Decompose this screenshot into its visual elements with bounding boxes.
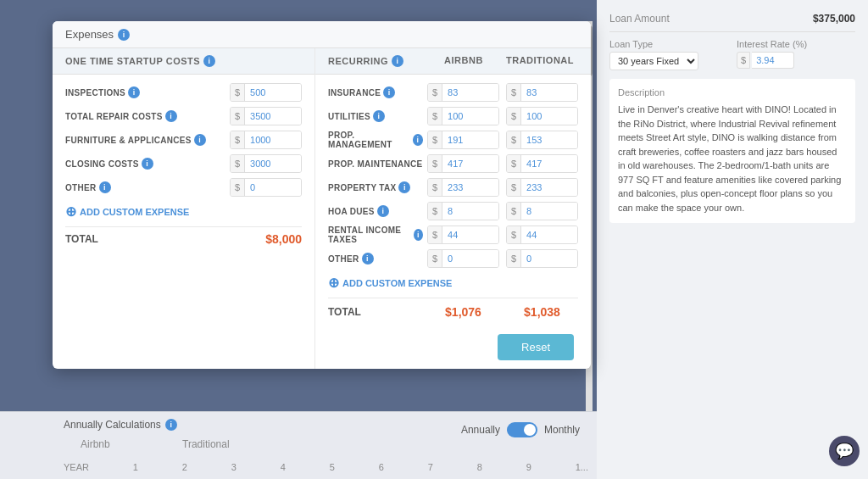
traditional-col-header: TRADITIONAL xyxy=(502,55,578,67)
closing-dollar: $ xyxy=(231,155,245,172)
property-tax-traditional-group: $ xyxy=(506,178,578,197)
year-6: 6 xyxy=(379,462,384,472)
closing-costs-input[interactable] xyxy=(245,155,301,172)
recurring-main-label: RECURRING i xyxy=(328,55,426,67)
year-4: 4 xyxy=(281,462,286,472)
prop-mgmt-traditional-input[interactable] xyxy=(521,131,577,148)
utilities-inputs: $ $ xyxy=(427,107,578,125)
recurring-info-icon[interactable]: i xyxy=(392,55,403,67)
other-startup-info-icon[interactable]: i xyxy=(99,181,111,193)
closing-costs-row: CLOSING COSTS i $ xyxy=(65,154,302,173)
furniture-info-icon[interactable]: i xyxy=(194,134,206,146)
add-custom-startup-button[interactable]: ⊕ ADD CUSTOM EXPENSE xyxy=(65,203,302,220)
annually-calc-label: Annually Calculations i xyxy=(64,419,177,431)
add-custom-recurring-label: ADD CUSTOM EXPENSE xyxy=(342,278,452,288)
furniture-input[interactable] xyxy=(245,131,301,148)
prop-maint-traditional-input[interactable] xyxy=(521,155,577,172)
prop-maintenance-inputs: $ $ xyxy=(427,154,578,173)
hoa-info-icon[interactable]: i xyxy=(377,205,389,217)
property-tax-info-icon[interactable]: i xyxy=(398,181,410,193)
insurance-airbnb-input[interactable] xyxy=(442,84,498,101)
loan-type-select[interactable]: 30 years Fixed xyxy=(609,52,698,70)
year-8: 8 xyxy=(477,462,482,472)
other-recurring-airbnb-input[interactable] xyxy=(442,250,498,267)
prop-mgmt-info-icon[interactable]: i xyxy=(413,134,423,146)
hoa-dues-row: HOA DUES i $ $ xyxy=(328,202,578,220)
insurance-airbnb-group: $ xyxy=(427,83,499,102)
chat-bubble[interactable]: 💬 xyxy=(829,436,860,466)
prop-mgmt-traditional-group: $ xyxy=(506,131,578,149)
bottom-bar: Annually Calculations i Airbnb Tradition… xyxy=(0,411,597,479)
year-3: 3 xyxy=(231,462,236,472)
utilities-traditional-group: $ xyxy=(506,107,578,125)
prop-maint-airbnb-input[interactable] xyxy=(442,155,498,172)
add-custom-startup-label: ADD CUSTOM EXPENSE xyxy=(80,207,189,217)
other-recurring-traditional-input[interactable] xyxy=(521,250,577,267)
repair-dollar: $ xyxy=(231,108,245,125)
loan-amount-row: Loan Amount $375,000 xyxy=(609,13,855,25)
other-recurring-inputs: $ $ xyxy=(427,249,578,268)
insurance-info-icon[interactable]: i xyxy=(383,86,395,98)
utilities-info-icon[interactable]: i xyxy=(373,110,385,122)
startup-total-row: TOTAL $8,000 xyxy=(65,226,302,246)
utilities-traditional-input[interactable] xyxy=(521,108,577,125)
property-tax-traditional-input[interactable] xyxy=(521,179,577,196)
utilities-airbnb-input[interactable] xyxy=(442,108,498,125)
interest-rate-item: Interest Rate (%) $ xyxy=(737,39,855,70)
loan-amount-label: Loan Amount xyxy=(609,13,670,25)
hoa-dues-label: HOA DUES i xyxy=(328,205,423,217)
recurring-header: RECURRING i AIRBNB TRADITIONAL xyxy=(315,48,591,75)
recurring-total-airbnb: $1,076 xyxy=(427,305,499,319)
loan-type-item: Loan Type 30 years Fixed xyxy=(609,39,728,70)
other-startup-input[interactable] xyxy=(245,179,301,196)
modal-header-info-icon[interactable]: i xyxy=(118,29,130,41)
loan-type-row: Loan Type 30 years Fixed Interest Rate (… xyxy=(609,39,855,70)
annually-toggle-label: Annually xyxy=(461,424,500,436)
year-10: 1... xyxy=(576,462,588,472)
airbnb-col-header: AIRBNB xyxy=(426,55,502,67)
description-box: Description Live in Denver's creative he… xyxy=(609,79,855,223)
property-tax-airbnb-group: $ xyxy=(427,178,499,197)
inspections-info-icon[interactable]: i xyxy=(128,86,140,98)
annually-info-icon[interactable]: i xyxy=(165,419,177,431)
rental-taxes-airbnb-input[interactable] xyxy=(442,226,498,243)
hoa-traditional-input[interactable] xyxy=(521,203,577,220)
furniture-dollar: $ xyxy=(231,131,245,148)
property-tax-airbnb-input[interactable] xyxy=(442,179,498,196)
recurring-total-traditional: $1,038 xyxy=(506,305,578,319)
hoa-airbnb-group: $ xyxy=(427,202,499,220)
rental-taxes-traditional-input[interactable] xyxy=(521,226,577,243)
other-recurring-traditional-group: $ xyxy=(506,249,578,268)
prop-management-inputs: $ $ xyxy=(427,131,578,149)
startup-header-info-icon[interactable]: i xyxy=(203,55,215,67)
insurance-traditional-input[interactable] xyxy=(521,84,577,101)
startup-total-label: TOTAL xyxy=(65,233,265,245)
interest-rate-input[interactable] xyxy=(752,52,794,69)
inspections-input-group: $ xyxy=(230,83,302,102)
modal-header: Expenses i xyxy=(53,21,591,48)
other-recurring-info-icon[interactable]: i xyxy=(362,253,374,265)
hoa-airbnb-input[interactable] xyxy=(442,203,498,220)
insurance-label: INSURANCE i xyxy=(328,86,423,98)
rental-taxes-inputs: $ $ xyxy=(427,226,578,244)
add-custom-recurring-button[interactable]: ⊕ ADD CUSTOM EXPENSE xyxy=(328,275,578,291)
other-recurring-label: OTHER i xyxy=(328,253,423,265)
prop-mgmt-airbnb-input[interactable] xyxy=(442,131,498,148)
furniture-row: FURNITURE & APPLICANCES i $ xyxy=(65,131,302,149)
utilities-row: UTILITIES i $ $ xyxy=(328,107,578,125)
annually-monthly-toggle[interactable] xyxy=(507,422,537,437)
recurring-total-label: TOTAL xyxy=(328,306,427,318)
rental-taxes-info-icon[interactable]: i xyxy=(414,229,423,241)
reset-button[interactable]: Reset xyxy=(498,334,574,360)
repair-costs-input[interactable] xyxy=(245,108,301,125)
other-recurring-row: OTHER i $ $ xyxy=(328,249,578,268)
inspections-input[interactable] xyxy=(245,84,301,101)
dollar-sign: $ xyxy=(737,52,750,69)
year-1: 1 xyxy=(133,462,138,472)
year-header: YEAR xyxy=(64,462,89,472)
closing-info-icon[interactable]: i xyxy=(142,158,153,170)
startup-costs-header: ONE TIME STARTUP COSTS i xyxy=(53,48,314,75)
hoa-traditional-group: $ xyxy=(506,202,578,220)
repair-info-icon[interactable]: i xyxy=(165,110,177,122)
interest-rate-label: Interest Rate (%) xyxy=(737,39,855,49)
